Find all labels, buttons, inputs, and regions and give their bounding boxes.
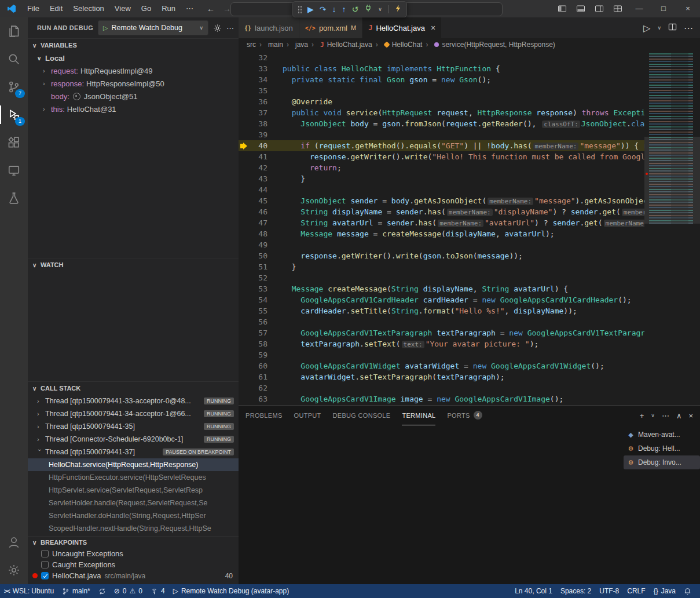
nav-forward-icon[interactable]: → xyxy=(223,4,231,13)
line-number[interactable]: 58 xyxy=(248,338,267,349)
code-line[interactable]: 44 xyxy=(239,184,700,195)
window-minimize-icon[interactable]: — xyxy=(627,0,651,17)
encoding-item[interactable]: UTF-8 xyxy=(595,584,623,598)
terminal-session-item[interactable]: ⚙ Debug: Invo... xyxy=(624,455,700,469)
window-maximize-icon[interactable]: □ xyxy=(651,0,676,17)
code-line[interactable]: 58 textParagraph.setText(text:"Your avat… xyxy=(239,338,700,349)
code-line[interactable]: 54 GoogleAppsCardV1CardHeader cardHeader… xyxy=(239,294,700,305)
terminal-profile-chevron-icon[interactable]: ∨ xyxy=(651,413,655,418)
breadcrumb-item[interactable]: java xyxy=(283,41,308,49)
debug-restart-icon[interactable]: ↺ xyxy=(352,2,359,17)
breakpoint-row[interactable]: Uncaught Exceptions xyxy=(28,548,239,559)
window-close-icon[interactable]: × xyxy=(676,0,700,17)
terminal-output[interactable]: /grpc/grpc-context/1.27.2/grpc-context-1… xyxy=(239,425,624,584)
code-line[interactable]: 35 xyxy=(239,85,700,96)
account-icon[interactable] xyxy=(0,528,28,556)
debug-more-chevron-icon[interactable]: ∨ xyxy=(378,6,382,12)
line-number[interactable]: 46 xyxy=(248,206,267,217)
panel-tab[interactable]: PORTS 4 xyxy=(447,406,482,425)
code-line[interactable]: 50 response.getWriter().write(gson.toJso… xyxy=(239,250,700,261)
eol-item[interactable]: CRLF xyxy=(623,584,649,598)
menu-item[interactable]: Edit xyxy=(45,0,68,17)
code-line[interactable]: 38 JsonObject body = gson.fromJson(reque… xyxy=(239,118,700,129)
variable-row[interactable]: response: HttpResponseImpl@50 xyxy=(28,77,239,90)
remote-indicator[interactable]: >< WSL: Ubuntu xyxy=(0,584,58,598)
code-line[interactable]: 63 GoogleAppsCardV1Image image = new Goo… xyxy=(239,393,700,404)
expand-chevron-icon[interactable] xyxy=(43,80,49,87)
minimap-slider[interactable] xyxy=(644,137,700,224)
line-number[interactable]: 45 xyxy=(248,195,267,206)
thread-chevron-icon[interactable] xyxy=(37,436,43,443)
debug-config-select[interactable]: ▷ Remote Watch Debug ∨ xyxy=(98,20,208,35)
panel-tab[interactable]: TERMINAL xyxy=(402,406,435,425)
code-editor[interactable]: 32 33 public class HelloChat implements … xyxy=(239,51,700,405)
line-number[interactable]: 32 xyxy=(248,52,267,63)
code-line[interactable]: 42 return; xyxy=(239,162,700,173)
menu-item[interactable]: Go xyxy=(136,0,156,17)
hot-code-replace-icon[interactable] xyxy=(394,4,402,14)
breadcrumb-item[interactable]: src xyxy=(247,41,256,49)
code-line[interactable]: 52 xyxy=(239,272,700,283)
panel-more-icon[interactable]: ⋯ xyxy=(662,411,669,420)
line-number[interactable]: 62 xyxy=(248,382,267,393)
breadcrumb-item[interactable]: main xyxy=(256,41,283,49)
breakpoint-checkbox[interactable] xyxy=(41,550,49,557)
thread-chevron-icon[interactable] xyxy=(37,423,43,430)
line-number[interactable]: 52 xyxy=(248,272,267,283)
line-number[interactable]: 44 xyxy=(248,184,267,195)
debug-disconnect-icon[interactable] xyxy=(364,2,372,17)
code-line[interactable]: 49 xyxy=(239,239,700,250)
code-line[interactable]: 43 } xyxy=(239,173,700,184)
cursor-position-item[interactable]: Ln 40, Col 1 xyxy=(511,584,556,598)
notifications-item[interactable] xyxy=(680,584,695,598)
line-number[interactable]: 55 xyxy=(248,305,267,316)
call-stack-row[interactable]: ServletHandler.doHandle(String,Request,H… xyxy=(28,509,239,522)
debug-step-into-icon[interactable]: ↓ xyxy=(332,2,336,17)
code-line[interactable]: 32 xyxy=(239,52,700,63)
code-line[interactable]: 59 xyxy=(239,349,700,360)
call-stack-row[interactable]: HelloChat.service(HttpRequest,HttpRespon… xyxy=(28,458,239,471)
run-dropdown-chevron-icon[interactable]: ∨ xyxy=(657,25,661,31)
call-stack-row[interactable]: Thread [qtp1500079441-33-acceptor-0@48..… xyxy=(28,395,239,407)
run-file-icon[interactable]: ▷ xyxy=(643,23,650,34)
call-stack-row[interactable]: Thread [Connector-Scheduler-6920b0bc-1] … xyxy=(28,433,239,446)
code-line[interactable]: 33 public class HelloChat implements Htt… xyxy=(239,63,700,74)
git-branch-item[interactable]: main* xyxy=(58,584,94,598)
nav-back-icon[interactable]: ← xyxy=(207,4,215,13)
code-line[interactable]: 57 GoogleAppsCardV1TextParagraph textPar… xyxy=(239,327,700,338)
line-number[interactable]: 47 xyxy=(248,217,267,228)
line-number[interactable]: 57 xyxy=(248,327,267,338)
code-line[interactable]: 51 } xyxy=(239,261,700,272)
thread-chevron-icon[interactable] xyxy=(37,410,43,417)
minimap[interactable] xyxy=(644,51,700,405)
menu-item[interactable]: Run xyxy=(156,0,181,17)
call-stack-row[interactable]: Thread [qtp1500079441-37] PAUSED ON BREA… xyxy=(28,446,239,458)
line-number[interactable]: 48 xyxy=(248,228,267,239)
drag-handle-icon[interactable] xyxy=(298,5,302,13)
forwarded-ports-item[interactable]: 4 xyxy=(146,584,169,598)
settings-gear-icon[interactable] xyxy=(0,556,28,584)
close-panel-icon[interactable]: × xyxy=(688,411,693,420)
code-line[interactable]: 36 @Override xyxy=(239,96,700,107)
split-editor-icon[interactable] xyxy=(668,23,677,34)
debug-step-out-icon[interactable]: ↑ xyxy=(342,2,346,17)
code-line[interactable]: 47 String avatarUrl = sender.has(memberN… xyxy=(239,217,700,228)
toggle-secondary-sidebar-icon[interactable] xyxy=(595,4,604,13)
call-stack-row[interactable]: HttpServlet.service(ServletRequest,Servl… xyxy=(28,484,239,497)
toggle-sidebar-icon[interactable] xyxy=(558,4,567,13)
code-line[interactable]: 39 xyxy=(239,129,700,140)
line-number[interactable]: 43 xyxy=(248,173,267,184)
variable-row[interactable]: this: HelloChat@31 xyxy=(28,103,239,115)
call-stack-row[interactable]: ScopedHandler.nextHandle(String,Request,… xyxy=(28,522,239,535)
expand-chevron-icon[interactable] xyxy=(43,105,49,112)
toggle-panel-icon[interactable] xyxy=(576,4,585,13)
line-number[interactable]: 53 xyxy=(248,283,267,294)
line-number[interactable]: 56 xyxy=(248,316,267,327)
editor-tab[interactable]: pom.xml M xyxy=(299,17,362,38)
terminal-session-item[interactable]: ⚙ Debug: Hell... xyxy=(624,442,700,455)
line-number[interactable]: 34 xyxy=(248,74,267,85)
code-line[interactable]: 37 public void service(HttpRequest reque… xyxy=(239,107,700,118)
thread-chevron-icon[interactable] xyxy=(37,398,43,404)
line-number[interactable]: 39 xyxy=(248,129,267,140)
language-mode-item[interactable]: {} Java xyxy=(650,584,680,598)
